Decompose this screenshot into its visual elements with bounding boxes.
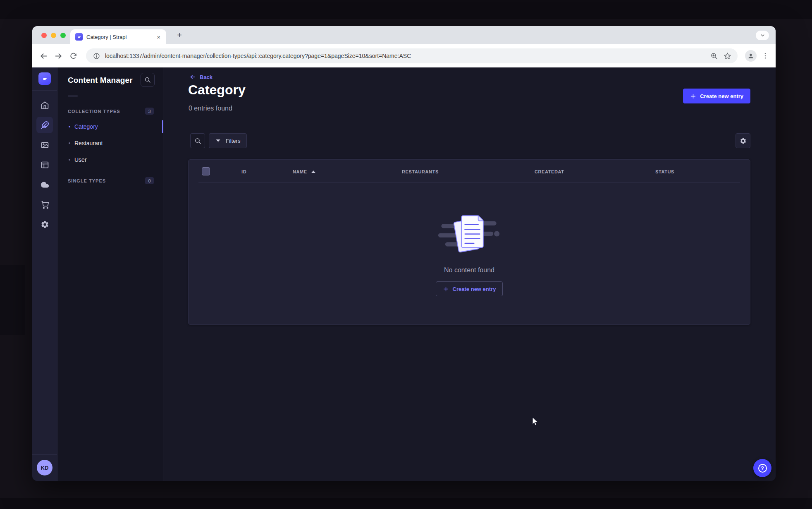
bullet-icon	[69, 126, 70, 127]
nav-divider	[32, 454, 57, 455]
content-manager-subnav: Content Manager COLLECTION TYPES 3 Categ…	[57, 67, 163, 481]
close-window-button[interactable]	[41, 33, 47, 38]
strapi-app: KD Content Manager COLLECTION TYPES 3 Ca…	[32, 67, 776, 481]
plus-icon	[690, 93, 696, 99]
desktop-band	[0, 498, 812, 509]
empty-documents-illustration	[438, 211, 501, 256]
column-header-name[interactable]: NAME	[293, 169, 315, 174]
window-controls	[41, 33, 66, 38]
back-link[interactable]: Back	[189, 74, 213, 80]
tab-search-chevron-button[interactable]	[756, 31, 769, 40]
section-single-types: SINGLE TYPES 0	[57, 177, 163, 184]
nav-item-media-library[interactable]	[36, 137, 53, 153]
search-icon	[194, 137, 201, 144]
create-new-entry-button[interactable]: Create new entry	[683, 89, 750, 103]
subnav-title: Content Manager	[68, 76, 133, 85]
column-header-status[interactable]: STATUS	[655, 169, 674, 174]
list-actions: Filters	[190, 133, 247, 148]
tab-title: Category | Strapi	[86, 34, 152, 40]
zoom-icon[interactable]	[709, 51, 719, 60]
empty-state: No content found Create new entry	[189, 183, 750, 324]
browser-window: Category | Strapi × + localhost:1337/adm…	[32, 26, 776, 481]
settings-gear-icon	[41, 220, 49, 229]
bookmark-star-icon[interactable]	[723, 51, 732, 60]
question-mark-icon: ?	[758, 464, 767, 473]
minimize-window-button[interactable]	[51, 33, 56, 38]
help-button[interactable]: ?	[753, 459, 771, 477]
create-new-entry-label: Create new entry	[700, 93, 743, 99]
nav-item-content-manager[interactable]	[36, 117, 53, 133]
back-button[interactable]	[38, 50, 49, 61]
column-header-createdat[interactable]: CREATEDAT	[535, 169, 564, 174]
subnav-item-user[interactable]: User	[57, 151, 163, 168]
subnav-search-button[interactable]	[141, 73, 155, 87]
feather-icon	[41, 121, 49, 130]
sort-asc-icon[interactable]	[311, 170, 315, 173]
browser-toolbar: localhost:1337/admin/content-manager/col…	[32, 44, 776, 67]
back-icon	[39, 52, 48, 60]
back-label: Back	[200, 74, 213, 80]
subnav-item-category[interactable]: Category	[57, 118, 163, 135]
entries-count: 0 entries found	[189, 105, 232, 112]
section-collection-types: COLLECTION TYPES 3	[57, 108, 163, 115]
forward-button[interactable]	[53, 50, 64, 61]
marketplace-cart-icon	[41, 200, 49, 209]
home-icon	[41, 101, 49, 110]
bullet-icon	[69, 159, 70, 161]
kebab-menu-icon[interactable]	[761, 51, 770, 60]
reload-button[interactable]	[68, 50, 79, 61]
single-types-count-badge: 0	[145, 177, 154, 184]
collection-types-count-badge: 3	[145, 108, 154, 115]
reload-icon	[69, 52, 77, 60]
plus-icon	[443, 286, 449, 292]
empty-create-new-entry-button[interactable]: Create new entry	[436, 281, 503, 296]
nav-items	[36, 97, 53, 233]
subnav-item-label: Category	[74, 123, 98, 130]
arrow-left-icon	[189, 74, 196, 80]
section-label: SINGLE TYPES	[68, 178, 106, 183]
url-text[interactable]: localhost:1337/admin/content-manager/col…	[105, 53, 705, 59]
nav-item-home[interactable]	[36, 97, 53, 113]
nav-item-marketplace[interactable]	[36, 196, 53, 213]
empty-create-label: Create new entry	[453, 286, 496, 292]
nav-item-cloud[interactable]	[36, 176, 53, 193]
section-label: COLLECTION TYPES	[68, 109, 120, 114]
info-icon[interactable]	[92, 51, 101, 60]
subnav-divider	[68, 96, 78, 96]
nav-item-settings[interactable]	[36, 216, 53, 233]
filters-button[interactable]: Filters	[209, 133, 247, 148]
select-all-checkbox[interactable]	[202, 167, 210, 175]
nav-bottom: KD	[32, 454, 57, 481]
desktop-band	[0, 0, 812, 19]
media-library-icon	[41, 141, 49, 149]
nav-item-content-type-builder[interactable]	[36, 156, 53, 173]
main-nav: KD	[32, 67, 57, 481]
profile-icon[interactable]	[745, 50, 757, 62]
strapi-logo[interactable]	[38, 72, 51, 85]
empty-message: No content found	[444, 267, 494, 274]
gear-icon	[740, 137, 747, 144]
main-content: Back Category 0 entries found Create new…	[163, 67, 776, 481]
column-header-id[interactable]: ID	[241, 169, 246, 174]
view-settings-button[interactable]	[736, 133, 750, 148]
table-header-row: ID NAME RESTAURANTS CREATEDAT STATUS	[189, 160, 750, 183]
browser-tab[interactable]: Category | Strapi ×	[70, 29, 166, 44]
nav-divider	[32, 90, 57, 91]
filter-icon	[215, 137, 222, 144]
strapi-favicon	[75, 33, 83, 41]
subnav-item-restaurant[interactable]: Restaurant	[57, 135, 163, 151]
page-title: Category	[188, 82, 246, 98]
close-tab-icon[interactable]: ×	[156, 33, 161, 41]
collection-types-list: Category Restaurant User	[57, 118, 163, 168]
maximize-window-button[interactable]	[60, 33, 66, 38]
user-avatar[interactable]: KD	[37, 460, 53, 475]
subnav-item-label: Restaurant	[74, 140, 103, 146]
new-tab-button[interactable]: +	[174, 30, 184, 40]
chevron-down-icon	[760, 33, 765, 38]
content-type-builder-icon	[41, 161, 49, 169]
column-header-restaurants[interactable]: RESTAURANTS	[402, 169, 439, 174]
cloud-icon	[41, 180, 49, 189]
url-bar[interactable]: localhost:1337/admin/content-manager/col…	[86, 48, 738, 63]
filters-label: Filters	[226, 138, 240, 144]
search-button[interactable]	[190, 133, 205, 148]
